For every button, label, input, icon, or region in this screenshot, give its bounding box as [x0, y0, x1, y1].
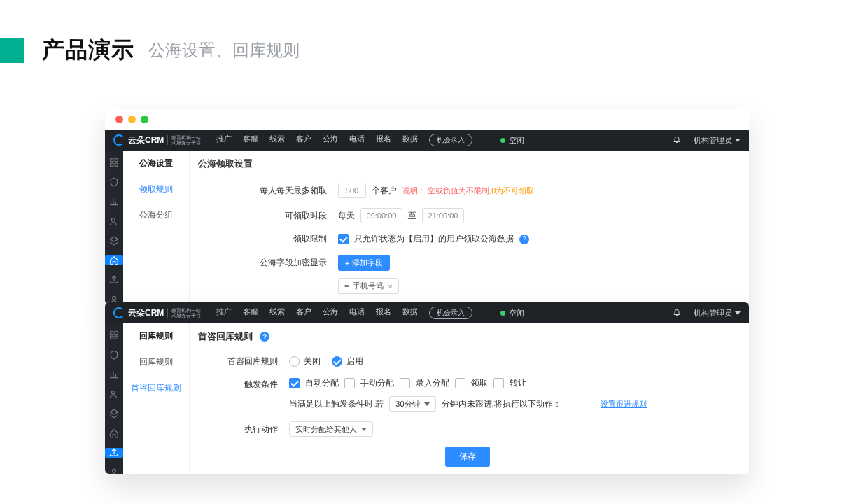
nav-signup[interactable]: 报名: [376, 134, 391, 146]
chevron-down-icon: [361, 428, 367, 431]
chevron-down-icon: [735, 312, 741, 315]
rail-user-icon[interactable]: [109, 216, 119, 226]
cb-claim-label: 领取: [471, 377, 488, 389]
side-header: 公海设置: [123, 150, 189, 176]
nav-customer[interactable]: 客户: [296, 307, 312, 319]
slide-title: 产品演示: [42, 35, 134, 66]
rail-chart-icon[interactable]: [109, 197, 119, 206]
rail-shield-icon[interactable]: [109, 177, 119, 187]
nav-opportunity-button[interactable]: 机会录入: [429, 307, 472, 319]
cb-claim[interactable]: [455, 378, 465, 388]
minutes-select[interactable]: 30分钟: [389, 396, 435, 412]
chip-remove-icon[interactable]: ×: [388, 282, 392, 290]
logo-subtext: 教育机构一站式服务云平台: [167, 308, 201, 318]
minimize-dot[interactable]: [128, 115, 136, 123]
cb-manual-label: 手动分配: [360, 377, 394, 389]
user-menu[interactable]: 机构管理员: [694, 308, 741, 318]
nav-service[interactable]: 客服: [243, 307, 258, 319]
rail-home-icon[interactable]: [109, 428, 119, 438]
nav-phone[interactable]: 电话: [349, 134, 365, 146]
cb-transfer-label: 转让: [510, 377, 526, 389]
nav-promo[interactable]: 推广: [216, 307, 232, 319]
cb-manual[interactable]: [344, 378, 355, 388]
nav-data[interactable]: 数据: [402, 307, 418, 319]
time-to-input[interactable]: [422, 208, 464, 223]
svg-point-10: [112, 391, 115, 394]
limit-checkbox[interactable]: [338, 234, 349, 244]
nav-customer[interactable]: 客户: [296, 134, 312, 146]
chevron-down-icon: [424, 402, 430, 406]
bell-icon[interactable]: [673, 308, 681, 318]
svg-rect-2: [111, 163, 113, 166]
side-item-firstask[interactable]: 首咨回库规则: [123, 375, 189, 401]
side-item-claim-rules[interactable]: 领取规则: [123, 176, 189, 202]
rail-user-icon[interactable]: [109, 389, 119, 399]
trigger-label: 触发条件: [198, 377, 289, 391]
radio-on[interactable]: [332, 356, 342, 367]
time-from-input[interactable]: [360, 208, 402, 223]
rail-dashboard-icon[interactable]: [109, 330, 119, 340]
perday-input[interactable]: [338, 183, 366, 198]
nav-data[interactable]: 数据: [402, 134, 418, 146]
rail-shield-icon[interactable]: [109, 350, 119, 360]
add-field-button[interactable]: +添加字段: [338, 255, 390, 271]
status-text: 空闲: [509, 308, 524, 318]
nav-opportunity-button[interactable]: 机会录入: [429, 134, 472, 146]
panel-title: 公海领取设置: [198, 158, 736, 170]
time-daily: 每天: [338, 210, 355, 222]
user-menu[interactable]: 机构管理员: [694, 135, 741, 146]
rail-chart-icon[interactable]: [109, 370, 119, 379]
side-item-return[interactable]: 回库规则: [123, 349, 189, 375]
nav-leads[interactable]: 线索: [270, 307, 285, 319]
help-icon[interactable]: ?: [519, 234, 529, 244]
action-select[interactable]: 实时分配给其他人: [289, 421, 373, 437]
rail-layers-icon[interactable]: [109, 409, 119, 419]
limit-text: 只允许状态为【启用】的用户领取公海数据: [354, 233, 514, 245]
topnav: 云朵CRM 教育机构一站式服务云平台 推广 客服 线索 客户 公海 电话 报名 …: [105, 130, 749, 150]
logo2[interactable]: 云朵CRM 教育机构一站式服务云平台: [113, 307, 201, 319]
status-indicator: 空闲: [500, 135, 524, 146]
bell-icon[interactable]: [673, 135, 681, 145]
rule-label: 首咨回库规则: [198, 356, 289, 368]
logo-text: 云朵CRM: [128, 134, 164, 146]
icon-rail: [105, 150, 123, 304]
nav-sea[interactable]: 公海: [323, 307, 338, 319]
action-label: 执行动作: [198, 424, 289, 435]
close-dot[interactable]: [115, 115, 123, 123]
logo[interactable]: 云朵CRM 教育机构一站式服务云平台: [113, 134, 201, 146]
icon-rail: [105, 323, 123, 474]
side-header: 回库规则: [123, 323, 189, 349]
radio-on-label: 启用: [346, 356, 363, 368]
svg-point-5: [113, 296, 116, 300]
cb-transfer[interactable]: [493, 378, 504, 388]
nav-service[interactable]: 客服: [243, 134, 258, 146]
side-item-group[interactable]: 公海分组: [123, 202, 189, 228]
nav-promo[interactable]: 推广: [216, 134, 232, 146]
help-icon[interactable]: ?: [260, 332, 270, 342]
radio-off[interactable]: [289, 356, 300, 367]
drag-icon[interactable]: ≡: [344, 282, 349, 290]
svg-rect-8: [111, 336, 113, 339]
nav-sea[interactable]: 公海: [323, 134, 338, 146]
panel2-title: 首咨回库规则: [198, 330, 253, 343]
nav-leads[interactable]: 线索: [270, 134, 285, 146]
zoom-dot[interactable]: [141, 115, 148, 123]
svg-rect-0: [111, 159, 113, 162]
cb-auto[interactable]: [289, 378, 300, 388]
rail-home-icon[interactable]: [105, 255, 123, 265]
save-button[interactable]: 保存: [445, 447, 490, 467]
nav-phone[interactable]: 电话: [349, 307, 365, 319]
nav-signup[interactable]: 报名: [376, 307, 391, 319]
rail-recycle-icon[interactable]: [105, 448, 123, 458]
rail-layers-icon[interactable]: [109, 236, 119, 246]
rail-dashboard-icon[interactable]: [109, 158, 119, 167]
perday-label: 每人每天最多领取: [198, 185, 338, 197]
logo-text: 云朵CRM: [128, 307, 164, 319]
set-followup-link[interactable]: 设置跟进规则: [601, 399, 647, 410]
perday-unit: 个客户: [372, 185, 397, 197]
cb-import[interactable]: [400, 378, 410, 388]
topnav2: 云朵CRM 教育机构一站式服务云平台 推广 客服 线索 客户 公海 电话 报名 …: [105, 302, 749, 323]
rail-user2-icon[interactable]: [109, 468, 119, 474]
accent-bar: [0, 38, 24, 63]
rail-recycle-icon[interactable]: [109, 275, 119, 285]
